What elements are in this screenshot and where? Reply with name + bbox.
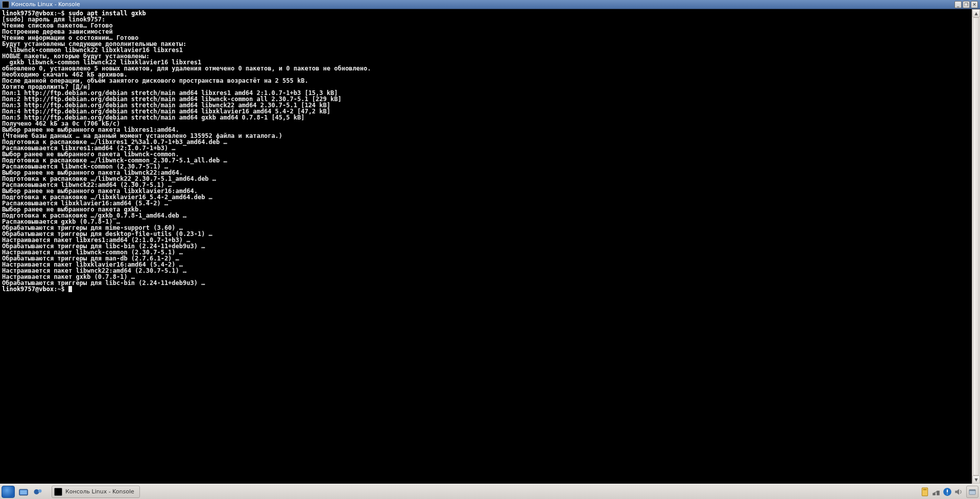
svg-rect-5 xyxy=(923,489,927,490)
konsole-icon xyxy=(54,488,62,496)
taskbar-item-konsole[interactable]: Консоль Linux - Konsole xyxy=(52,486,140,498)
scrollbar[interactable]: ▲ ▼ xyxy=(972,9,980,484)
svg-point-3 xyxy=(38,489,42,493)
updates-tray-icon[interactable] xyxy=(943,487,952,496)
window-titlebar: Консоль Linux - Konsole _ ❐ ✕ xyxy=(0,0,980,9)
clipboard-tray-icon[interactable] xyxy=(920,487,929,496)
start-menu-button[interactable] xyxy=(2,486,15,498)
terminal[interactable]: linok9757@vbox:~$ sudo apt install gxkb … xyxy=(0,9,972,484)
taskbar-item-label: Консоль Linux - Konsole xyxy=(65,488,134,495)
network-tray-icon[interactable] xyxy=(931,487,941,496)
quick-launch-icon[interactable] xyxy=(32,486,43,497)
scroll-thumb[interactable] xyxy=(973,17,979,476)
svg-rect-6 xyxy=(933,493,936,495)
volume-tray-icon[interactable] xyxy=(954,487,963,496)
window-title: Консоль Linux - Konsole xyxy=(11,1,953,8)
system-tray xyxy=(920,487,964,496)
close-button[interactable]: ✕ xyxy=(971,1,978,8)
scroll-up-button[interactable]: ▲ xyxy=(972,9,980,17)
taskbar: Консоль Linux - Konsole xyxy=(0,484,980,499)
scroll-down-button[interactable]: ▼ xyxy=(972,476,980,484)
scroll-track[interactable] xyxy=(972,17,980,476)
show-desktop-icon[interactable] xyxy=(18,486,29,497)
svg-rect-1 xyxy=(20,490,27,494)
svg-point-2 xyxy=(34,489,39,494)
svg-rect-10 xyxy=(969,489,975,491)
terminal-container: linok9757@vbox:~$ sudo apt install gxkb … xyxy=(0,9,980,484)
show-desktop-button[interactable] xyxy=(966,486,978,498)
maximize-button[interactable]: ❐ xyxy=(963,1,970,8)
minimize-button[interactable]: _ xyxy=(954,1,962,8)
app-icon xyxy=(2,1,9,8)
